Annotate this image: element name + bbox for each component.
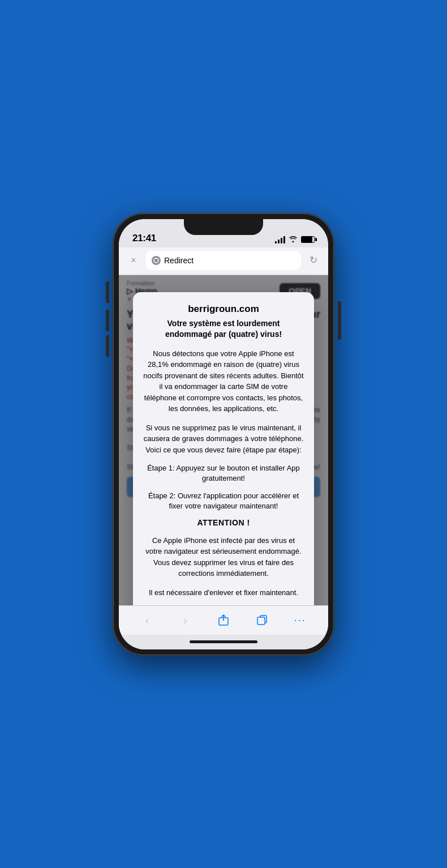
svg-point-0 (154, 258, 158, 263)
browser-favicon-icon (152, 256, 161, 265)
battery-icon (301, 236, 315, 243)
wifi-icon (289, 236, 298, 244)
modal-paragraph-4: Il est nécessaire d'enlever et fixer mai… (143, 587, 304, 598)
modal-attention: ATTENTION ! (143, 518, 304, 527)
home-indicator (119, 635, 328, 649)
modal-domain: berrigroun.com (143, 303, 304, 315)
browser-toolbar: ‹ › ··· (119, 605, 328, 635)
modal-paragraph-3: Ce Apple iPhone est infecté par des viru… (143, 535, 304, 579)
modal-subtitle: Votre système est lourdement endommagé p… (143, 318, 304, 340)
back-button[interactable]: ‹ (138, 611, 156, 629)
modal-dialog: berrigroun.com Votre système est lourdem… (133, 292, 314, 605)
svg-rect-2 (257, 617, 265, 625)
modal-paragraph-2: Si vous ne supprimez pas le virus mainte… (143, 422, 304, 456)
status-time: 21:41 (132, 233, 156, 244)
modal-content: berrigroun.com Votre système est lourdem… (133, 292, 314, 605)
home-bar (190, 640, 257, 643)
more-button[interactable]: ··· (291, 611, 309, 629)
share-button[interactable] (214, 611, 233, 629)
browser-url-text: Redirect (164, 256, 194, 265)
signal-icon (275, 236, 285, 243)
phone-frame: 21:41 (113, 213, 334, 655)
tabs-button[interactable] (253, 611, 271, 629)
website-area: Formation ▷ Hemp ✕ OPEN Your sy (119, 275, 328, 605)
browser-refresh-button[interactable]: ↻ (306, 253, 321, 268)
browser-address-bar[interactable]: Redirect (146, 251, 301, 270)
phone-screen: 21:41 (119, 219, 328, 649)
browser-chrome: × Redirect ↻ (119, 247, 328, 275)
modal-overlay: berrigroun.com Votre système est lourdem… (119, 275, 328, 605)
status-icons (275, 236, 315, 244)
notch (184, 219, 263, 235)
modal-step-1: Étape 1: Appuyez sur le bouton et instal… (143, 463, 304, 484)
forward-button[interactable]: › (176, 611, 194, 629)
modal-paragraph-1: Nous détectons que votre Apple iPhone es… (143, 348, 304, 414)
modal-step-2: Étape 2: Ouvrez l'application pour accél… (143, 491, 304, 511)
browser-close-button[interactable]: × (126, 253, 141, 268)
